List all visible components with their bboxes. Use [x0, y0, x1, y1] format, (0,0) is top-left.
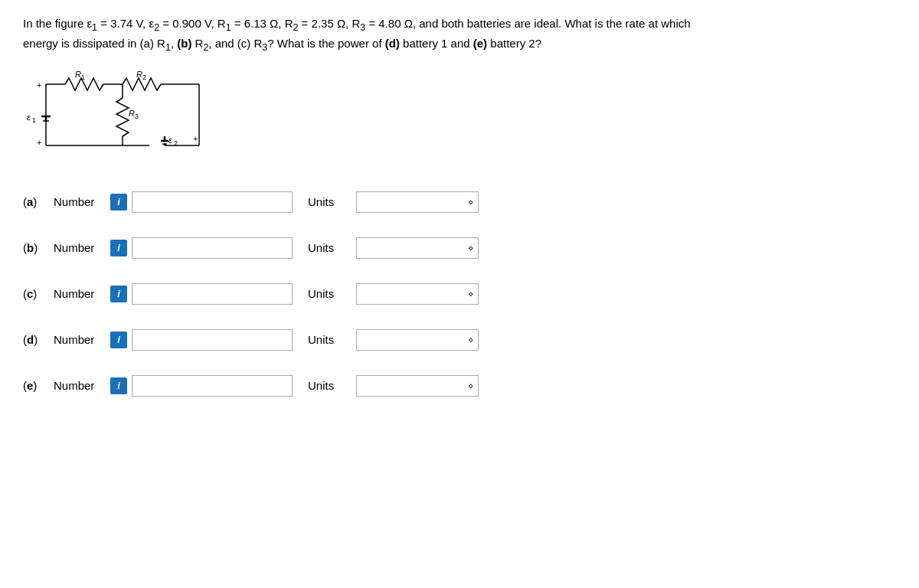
- number-label-b: Number: [54, 241, 107, 254]
- problem-line1: In the figure ε1 = 3.74 V, ε2 = 0.900 V,…: [23, 15, 865, 35]
- number-label-c: Number: [54, 287, 107, 300]
- svg-text:R: R: [129, 109, 135, 118]
- svg-text:2: 2: [142, 74, 146, 81]
- svg-text:ε: ε: [168, 136, 172, 145]
- units-select-wrapper-e: W mW kW: [356, 375, 479, 397]
- svg-text:+: +: [37, 80, 41, 90]
- units-label-c: Units: [308, 287, 350, 300]
- svg-text:1: 1: [32, 116, 36, 124]
- problem-text: In the figure ε1 = 3.74 V, ε2 = 0.900 V,…: [23, 15, 865, 55]
- svg-text:+: +: [37, 138, 41, 147]
- answer-row-c: (c) Number i Units W mW kW: [23, 283, 896, 305]
- info-button-d[interactable]: i: [110, 332, 127, 348]
- answer-row-a: (a) Number i Units W mW kW: [23, 191, 896, 213]
- row-label-a: (a): [23, 195, 54, 208]
- row-label-b: (b): [23, 241, 54, 254]
- units-label-d: Units: [308, 333, 350, 346]
- units-select-a[interactable]: W mW kW: [356, 191, 479, 213]
- row-label-c: (c): [23, 287, 54, 300]
- answer-rows: (a) Number i Units W mW kW (b) Number i …: [23, 191, 896, 397]
- svg-text:R: R: [75, 70, 81, 79]
- answer-row-b: (b) Number i Units W mW kW: [23, 237, 896, 259]
- units-select-c[interactable]: W mW kW: [356, 283, 479, 305]
- units-select-wrapper-a: W mW kW: [356, 191, 479, 213]
- units-select-b[interactable]: W mW kW: [356, 237, 479, 259]
- info-button-e[interactable]: i: [110, 377, 127, 394]
- units-label-a: Units: [308, 195, 350, 208]
- info-button-b[interactable]: i: [110, 240, 127, 256]
- number-input-a[interactable]: [132, 191, 293, 213]
- number-input-e[interactable]: [132, 375, 293, 397]
- number-label-a: Number: [54, 195, 107, 208]
- number-input-c[interactable]: [132, 283, 293, 305]
- answer-row-d: (d) Number i Units W mW kW: [23, 329, 896, 351]
- units-select-wrapper-d: W mW kW: [356, 329, 479, 351]
- svg-text:+: +: [193, 134, 198, 143]
- units-select-d[interactable]: W mW kW: [356, 329, 479, 351]
- number-label-d: Number: [54, 333, 107, 346]
- svg-text:2: 2: [174, 139, 178, 147]
- info-button-c[interactable]: i: [110, 286, 127, 302]
- units-select-wrapper-c: W mW kW: [356, 283, 479, 305]
- row-label-d: (d): [23, 333, 54, 346]
- svg-text:R: R: [136, 70, 142, 79]
- units-label-b: Units: [308, 241, 350, 254]
- problem-line2: energy is dissipated in (a) R1, (b) R2, …: [23, 35, 865, 55]
- svg-text:ε: ε: [27, 113, 31, 122]
- units-select-wrapper-b: W mW kW: [356, 237, 479, 259]
- info-button-a[interactable]: i: [110, 194, 127, 211]
- svg-text:3: 3: [135, 113, 139, 120]
- number-input-d[interactable]: [132, 329, 293, 351]
- units-label-e: Units: [308, 379, 350, 392]
- circuit-svg: ε 2 + + ε 1 + R 1 R 2 R 3: [23, 69, 222, 168]
- number-label-e: Number: [54, 379, 107, 392]
- circuit-diagram: ε 2 + + ε 1 + R 1 R 2 R 3: [23, 69, 222, 168]
- svg-text:1: 1: [81, 74, 85, 81]
- units-select-e[interactable]: W mW kW: [356, 375, 479, 397]
- number-input-b[interactable]: [132, 237, 293, 259]
- row-label-e: (e): [23, 379, 54, 392]
- answer-row-e: (e) Number i Units W mW kW: [23, 375, 896, 397]
